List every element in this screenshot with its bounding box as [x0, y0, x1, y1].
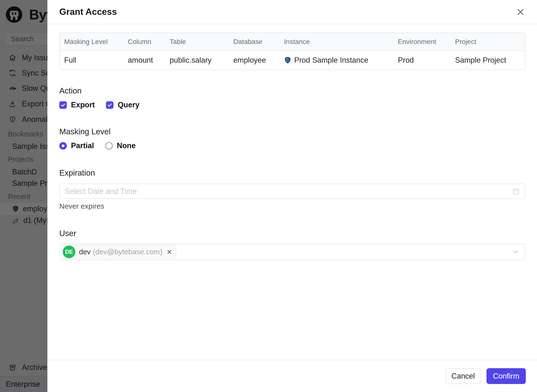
- col-header-column: Column: [123, 33, 165, 51]
- modal-footer: Cancel Confirm: [47, 360, 537, 392]
- cell-environment: Prod: [394, 51, 451, 69]
- user-tag: DE dev (dev@bytebase.com): [62, 245, 176, 259]
- none-radio[interactable]: [105, 142, 113, 150]
- avatar: DE: [63, 246, 75, 258]
- masking-level-options: Partial None: [59, 141, 525, 150]
- col-header-masking-level: Masking Level: [60, 33, 123, 51]
- expiration-heading: Expiration: [59, 168, 525, 178]
- cell-project: Sample Project: [451, 51, 525, 69]
- modal-title: Grant Access: [59, 7, 117, 17]
- user-email: (dev@bytebase.com): [93, 248, 162, 256]
- query-checkbox[interactable]: [106, 101, 113, 109]
- query-checkbox-label[interactable]: Query: [118, 101, 139, 109]
- expiration-helper-text: Never expires: [59, 202, 525, 211]
- col-header-table: Table: [165, 33, 229, 51]
- calendar-icon[interactable]: [512, 187, 520, 196]
- expiration-field: [59, 184, 525, 199]
- cell-instance: Prod Sample Instance: [280, 51, 394, 69]
- modal-header: Grant Access: [47, 0, 537, 24]
- chevron-down-icon[interactable]: [511, 247, 520, 256]
- remove-user-icon[interactable]: [166, 248, 173, 255]
- grant-scope-table: Masking Level Column Table Database Inst…: [59, 33, 525, 70]
- partial-radio[interactable]: [59, 142, 67, 150]
- check-icon: [61, 102, 66, 108]
- cell-table: public.salary: [165, 51, 229, 69]
- check-icon: [107, 102, 112, 108]
- masking-level-heading: Masking Level: [59, 127, 525, 136]
- action-heading: Action: [59, 86, 525, 96]
- table-header-row: Masking Level Column Table Database Inst…: [60, 33, 525, 51]
- cell-column: amount: [123, 51, 165, 69]
- close-icon[interactable]: [515, 6, 526, 18]
- partial-radio-label[interactable]: Partial: [71, 141, 94, 150]
- cell-database: employee: [229, 51, 280, 69]
- cell-masking-level: Full: [60, 51, 123, 69]
- none-radio-label[interactable]: None: [117, 141, 136, 150]
- export-checkbox[interactable]: [59, 101, 67, 109]
- col-header-environment: Environment: [394, 33, 451, 51]
- cancel-button[interactable]: Cancel: [446, 368, 481, 384]
- user-select[interactable]: DE dev (dev@bytebase.com): [59, 244, 525, 260]
- action-options: Export Query: [59, 101, 525, 109]
- export-checkbox-label[interactable]: Export: [71, 101, 95, 109]
- table-row: Full amount public.salary employee: [60, 51, 525, 69]
- confirm-button[interactable]: Confirm: [486, 368, 526, 384]
- app-canvas: Bytebase My Issue Sync Sc: [0, 0, 537, 392]
- grant-access-modal: Grant Access Masking Level Column: [47, 0, 537, 392]
- user-name: dev: [79, 248, 91, 256]
- postgres-icon: [284, 57, 291, 64]
- col-header-instance: Instance: [280, 33, 394, 51]
- user-heading: User: [59, 229, 525, 238]
- instance-name: Prod Sample Instance: [294, 56, 368, 65]
- expiration-date-input[interactable]: [59, 184, 525, 199]
- col-header-project: Project: [451, 33, 525, 51]
- col-header-database: Database: [229, 33, 280, 51]
- modal-body: Masking Level Column Table Database Inst…: [47, 24, 537, 260]
